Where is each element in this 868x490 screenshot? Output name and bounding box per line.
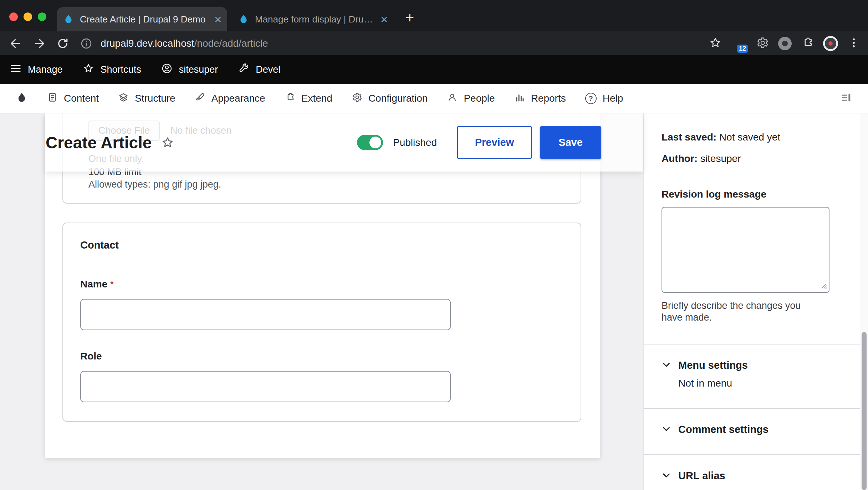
role-form-item: Role — [80, 350, 563, 402]
tab-title: Manage form display | Drupal 9 Demo — [255, 14, 376, 25]
extensions-puzzle-icon[interactable] — [801, 36, 814, 51]
name-form-item: Name* — [80, 278, 563, 330]
back-icon[interactable] — [9, 37, 22, 50]
window-controls — [9, 12, 46, 21]
url-input[interactable]: drupal9.dev.localhost/node/add/article — [101, 38, 268, 49]
node-meta-sidebar: Last saved: Not saved yet Author: sitesu… — [643, 113, 860, 490]
last-saved-label: Last saved: — [662, 132, 716, 143]
scrollbar-thumb[interactable] — [862, 332, 867, 490]
last-saved-value: Not saved yet — [719, 132, 780, 143]
puzzle-icon — [285, 92, 295, 105]
url-alias-toggle[interactable]: URL alias — [662, 469, 860, 482]
role-label: Role — [80, 350, 563, 362]
menu-item-help[interactable]: ? Help — [585, 93, 623, 104]
address-bar: drupal9.dev.localhost/node/add/article 1… — [0, 31, 868, 55]
toolbar-label: Manage — [28, 64, 63, 75]
paintbrush-icon — [195, 92, 205, 105]
toggle-knob — [369, 137, 381, 148]
required-asterisk: * — [110, 279, 113, 289]
section-url-alias: URL alias — [644, 454, 860, 490]
published-toggle[interactable] — [357, 135, 383, 150]
menu-item-people[interactable]: People — [447, 92, 495, 105]
save-button[interactable]: Save — [540, 126, 601, 159]
layers-icon — [118, 92, 129, 105]
close-tab-icon[interactable]: × — [214, 13, 221, 25]
url-path: /node/add/article — [194, 38, 268, 49]
drupal-logo-icon[interactable] — [16, 92, 28, 105]
allowed-types-text: Allowed types: png gif jpg jpeg. — [88, 179, 221, 190]
name-input[interactable] — [80, 299, 451, 330]
url-host: drupal9.dev.localhost — [101, 38, 194, 49]
help-question-icon: ? — [585, 93, 597, 104]
menu-label: Configuration — [368, 93, 428, 104]
minimize-window-button[interactable] — [24, 12, 32, 21]
content-file-icon — [47, 92, 58, 105]
chevron-down-icon — [662, 360, 671, 371]
close-tab-icon[interactable]: × — [381, 13, 388, 25]
menu-settings-toggle[interactable]: Menu settings — [662, 359, 860, 372]
chevron-down-icon — [662, 470, 671, 481]
revision-log-label: Revision log message — [662, 188, 860, 200]
profile-avatar[interactable] — [823, 36, 838, 51]
revision-help-text: Briefly describe the changes you have ma… — [662, 300, 824, 323]
drupal-favicon-icon — [63, 14, 74, 25]
author-line: Author: sitesuper — [662, 153, 860, 165]
person-icon — [447, 92, 458, 105]
menu-item-content[interactable]: Content — [47, 92, 99, 105]
section-label: Menu settings — [678, 359, 748, 372]
toolbar-item-user[interactable]: sitesuper — [161, 63, 218, 77]
label-text: Name — [80, 279, 107, 290]
new-tab-button[interactable]: + — [400, 9, 419, 28]
shortcuts-star-icon — [83, 63, 94, 77]
comment-settings-toggle[interactable]: Comment settings — [662, 423, 860, 436]
author-label: Author: — [662, 153, 698, 164]
toolbar-label: sitesuper — [179, 64, 218, 75]
reload-icon[interactable] — [56, 37, 69, 50]
toolbar-item-devel[interactable]: Devel — [238, 63, 280, 77]
menu-item-appearance[interactable]: Appearance — [195, 92, 265, 105]
role-input[interactable] — [80, 371, 451, 402]
site-info-icon[interactable] — [80, 37, 93, 50]
toolbar-label: Devel — [256, 64, 280, 75]
menu-label: Help — [603, 93, 623, 104]
preview-button[interactable]: Preview — [457, 126, 532, 159]
tab-manage-form-display[interactable]: Manage form display | Drupal 9 Demo × — [232, 7, 393, 31]
browser-menu-icon[interactable] — [847, 36, 860, 51]
notification-count-badge: 12 — [737, 45, 748, 53]
main-content-area: Choose File No file chosen One file only… — [0, 113, 868, 490]
extension-gear-icon[interactable] — [756, 36, 769, 51]
menu-item-extend[interactable]: Extend — [285, 92, 332, 105]
menu-label: Appearance — [211, 93, 265, 104]
contact-fieldset: Contact Name* Role — [62, 223, 581, 422]
hamburger-icon — [10, 63, 21, 77]
menu-item-configuration[interactable]: Configuration — [352, 92, 428, 105]
zoom-window-button[interactable] — [38, 12, 46, 21]
extension-circle-icon[interactable] — [778, 37, 792, 50]
published-toggle-group: Published — [357, 135, 437, 150]
tab-title: Create Article | Drupal 9 Demo — [80, 14, 209, 25]
menu-item-structure[interactable]: Structure — [118, 92, 175, 105]
fieldset-legend: Contact — [80, 239, 563, 251]
favorite-star-icon[interactable] — [161, 136, 174, 149]
gear-icon — [352, 92, 362, 105]
menu-label: Extend — [301, 93, 332, 104]
author-value: sitesuper — [700, 153, 741, 164]
bar-chart-icon — [514, 92, 525, 105]
forward-icon[interactable] — [33, 37, 46, 50]
section-comment-settings: Comment settings — [644, 408, 860, 454]
revision-log-textarea[interactable] — [662, 207, 829, 293]
close-window-button[interactable] — [9, 12, 18, 21]
extension-badge-icon[interactable]: 12 — [731, 36, 747, 51]
tab-create-article[interactable]: Create Article | Drupal 9 Demo × — [57, 7, 227, 31]
page-scrollbar — [860, 113, 868, 490]
toolbar-item-shortcuts[interactable]: Shortcuts — [83, 63, 141, 77]
menu-label: Structure — [135, 93, 175, 104]
wrench-icon — [238, 63, 249, 77]
toolbar-orientation-toggle-icon[interactable] — [840, 92, 852, 105]
bookmark-star-icon[interactable] — [709, 36, 722, 51]
toolbar-item-manage[interactable]: Manage — [10, 63, 63, 77]
drupal-favicon-icon — [238, 14, 249, 25]
menu-label: Content — [64, 93, 99, 104]
menu-item-reports[interactable]: Reports — [514, 92, 566, 105]
menu-settings-summary: Not in menu — [678, 377, 860, 389]
